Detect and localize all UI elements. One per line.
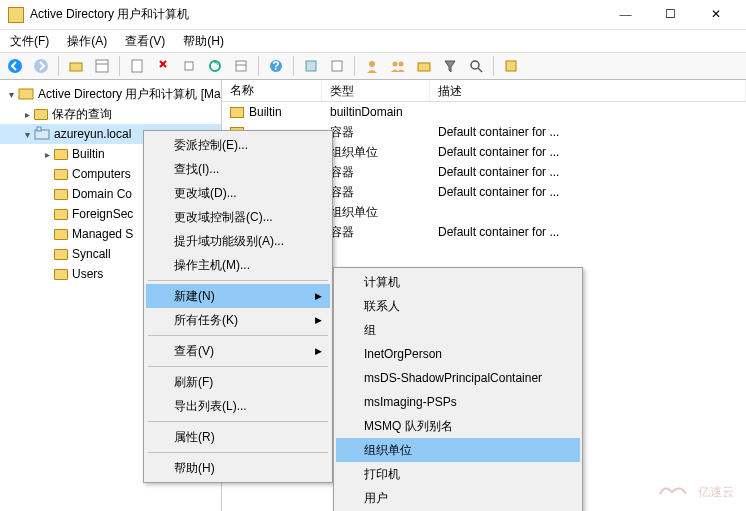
refresh-button[interactable] [230,55,252,77]
separator [148,366,328,367]
cell-desc: Default container for ... [430,145,746,159]
tree-saved-queries[interactable]: ▸ 保存的查询 [0,104,221,124]
watermark: 亿速云 [650,464,740,507]
folder-icon [54,209,68,220]
aduc-icon [18,86,34,102]
folder-icon [54,229,68,240]
users-icon[interactable] [387,55,409,77]
separator [148,452,328,453]
cell-type: 容器 [322,124,430,141]
maximize-button[interactable]: ☐ [648,0,693,30]
ctx-change-dc[interactable]: 更改域控制器(C)... [146,205,330,229]
back-button[interactable] [4,55,26,77]
menu-view[interactable]: 查看(V) [121,31,169,52]
svg-rect-12 [306,61,316,71]
ctx-new[interactable]: 新建(N)▶ [146,284,330,308]
svg-point-18 [471,61,479,69]
delete-button[interactable] [178,55,200,77]
svg-point-14 [369,61,375,67]
ctx-view[interactable]: 查看(V)▶ [146,339,330,363]
cell-type: 组织单位 [322,144,430,161]
forward-button[interactable] [30,55,52,77]
find-icon[interactable] [465,55,487,77]
svg-rect-5 [132,60,142,72]
svg-point-1 [34,59,48,73]
toolbar: ? [0,52,746,80]
svg-text:亿速云: 亿速云 [697,485,734,499]
ctx-new-item[interactable]: 组织单位 [336,438,580,462]
ctx-new-item[interactable]: msImaging-PSPs [336,390,580,414]
svg-line-19 [478,68,482,72]
view-button[interactable] [91,55,113,77]
svg-rect-6 [185,62,193,70]
cell-type: 容器 [322,224,430,241]
ctx-new-item[interactable]: 组 [336,318,580,342]
folder-icon [230,107,244,118]
tree-label: 保存的查询 [52,106,112,123]
cell-desc: Default container for ... [430,125,746,139]
svg-text:?: ? [272,59,279,73]
ctx-refresh[interactable]: 刷新(F) [146,370,330,394]
tree-label: azureyun.local [54,127,131,141]
ctx-change-domain[interactable]: 更改域(D)... [146,181,330,205]
copy-button[interactable] [152,55,174,77]
collapse-icon[interactable]: ▾ [20,129,34,140]
help-button[interactable]: ? [265,55,287,77]
col-desc[interactable]: 描述 [430,80,746,101]
col-type[interactable]: 类型 [322,80,430,101]
ctx-new-item[interactable]: 打印机 [336,462,580,486]
window-title: Active Directory 用户和计算机 [30,6,603,23]
minimize-button[interactable]: — [603,0,648,30]
ctx-raise-level[interactable]: 提升域功能级别(A)... [146,229,330,253]
separator [148,280,328,281]
separator [148,421,328,422]
expand-icon[interactable]: ▸ [20,109,34,120]
menu-help[interactable]: 帮助(H) [179,31,228,52]
svg-rect-17 [418,63,430,71]
properties-button[interactable] [204,55,226,77]
filter-icon[interactable] [439,55,461,77]
cell-type: 容器 [322,184,430,201]
ctx-help[interactable]: 帮助(H) [146,456,330,480]
ctx-new-item[interactable]: MSMQ 队列别名 [336,414,580,438]
ctx-new-item[interactable]: msDS-ShadowPrincipalContainer [336,366,580,390]
ctx-properties[interactable]: 属性(R) [146,425,330,449]
cell-name: Builtin [249,105,282,119]
expand-icon[interactable]: ▾ [4,89,18,100]
ctx-new-item[interactable]: 用户 [336,486,580,510]
menu-action[interactable]: 操作(A) [63,31,111,52]
cut-button[interactable] [126,55,148,77]
svg-rect-23 [37,127,41,131]
group-icon[interactable] [413,55,435,77]
close-button[interactable]: ✕ [693,0,738,30]
up-button[interactable] [65,55,87,77]
ctx-delegate[interactable]: 委派控制(E)... [146,133,330,157]
cell-type: builtinDomain [322,105,430,119]
folder-icon [54,249,68,260]
context-submenu-new: 计算机联系人组InetOrgPersonmsDS-ShadowPrincipal… [333,267,583,511]
domain-icon [34,126,50,142]
ctx-op-masters[interactable]: 操作主机(M)... [146,253,330,277]
ctx-new-item[interactable]: 计算机 [336,270,580,294]
cell-desc: Default container for ... [430,165,746,179]
tree-label: ForeignSec [72,207,133,221]
svg-point-0 [8,59,22,73]
tool-2[interactable] [326,55,348,77]
tree-label: Syncall [72,247,111,261]
tree-root[interactable]: ▾ Active Directory 用户和计算机 [Ma [0,84,221,104]
list-row[interactable]: BuiltinbuiltinDomain [222,102,746,122]
svg-rect-3 [96,60,108,72]
svg-rect-21 [19,89,33,99]
ctx-new-item[interactable]: 联系人 [336,294,580,318]
menu-file[interactable]: 文件(F) [6,31,53,52]
ctx-new-item[interactable]: InetOrgPerson [336,342,580,366]
tree-label: Managed S [72,227,133,241]
ctx-find[interactable]: 查找(I)... [146,157,330,181]
cell-desc: Default container for ... [430,185,746,199]
last-tool[interactable] [500,55,522,77]
user-icon[interactable] [361,55,383,77]
col-name[interactable]: 名称 [222,80,322,101]
ctx-all-tasks[interactable]: 所有任务(K)▶ [146,308,330,332]
tool-1[interactable] [300,55,322,77]
ctx-export[interactable]: 导出列表(L)... [146,394,330,418]
